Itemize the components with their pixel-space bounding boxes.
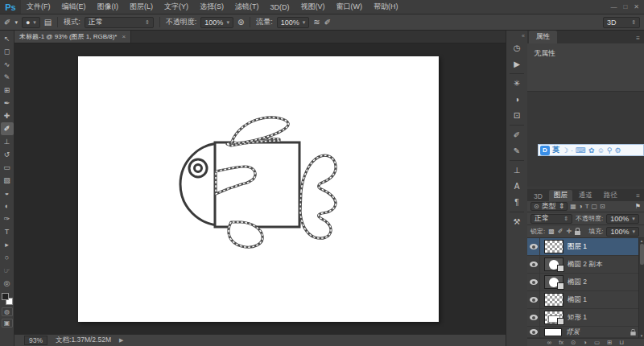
airbrush-icon[interactable]: ≋ bbox=[313, 18, 320, 27]
visibility-toggle[interactable] bbox=[527, 327, 540, 337]
layer-row-layer-1[interactable]: 图层 1 bbox=[527, 238, 644, 256]
menu-item-select[interactable]: 选择(S) bbox=[194, 0, 229, 14]
menu-item-help[interactable]: 帮助(H) bbox=[368, 0, 404, 14]
path-select-tool[interactable]: ▸ bbox=[1, 238, 14, 251]
marquee-tool[interactable]: ◻ bbox=[1, 45, 14, 58]
new-group-button[interactable]: ▭ bbox=[594, 339, 600, 346]
zoom-tool[interactable]: ◎ bbox=[1, 277, 14, 290]
ime-language-toggle[interactable]: 英 bbox=[552, 145, 559, 155]
ime-skin-icon[interactable]: ✿ bbox=[588, 146, 595, 154]
lasso-tool[interactable]: ∿ bbox=[1, 58, 14, 71]
minimize-button[interactable]: — bbox=[610, 3, 617, 10]
pressure-opacity-icon[interactable]: ⊛ bbox=[237, 18, 244, 27]
layer-blend-select[interactable]: 正常 ⇕ bbox=[530, 214, 572, 224]
layer-list-scrollbar[interactable]: ▴ ▾ bbox=[638, 238, 644, 338]
restore-button[interactable]: □ bbox=[623, 3, 627, 10]
menu-item-filter[interactable]: 滤镜(T) bbox=[229, 0, 265, 14]
eraser-tool[interactable]: ▭ bbox=[1, 161, 14, 174]
layer-name[interactable]: 背景 bbox=[566, 327, 580, 337]
ime-logo-icon[interactable]: D bbox=[540, 146, 550, 155]
lock-transparent-icon[interactable]: ▩ bbox=[548, 228, 555, 235]
clone-stamp-tool[interactable]: ⊥ bbox=[1, 135, 14, 148]
opacity-select[interactable]: 100% ▾ bbox=[200, 17, 233, 28]
layer-row-background[interactable]: 背景 bbox=[527, 327, 644, 338]
menu-item-edit[interactable]: 编辑(E) bbox=[56, 0, 92, 14]
filter-toggle-icon[interactable]: ⚑ bbox=[635, 203, 641, 210]
new-layer-button[interactable]: ⊞ bbox=[607, 339, 612, 346]
color-swatches[interactable] bbox=[2, 293, 13, 305]
menu-item-view[interactable]: 视图(V) bbox=[295, 0, 331, 14]
brush-panel-icon[interactable]: ✎ bbox=[509, 144, 525, 158]
visibility-toggle[interactable] bbox=[527, 274, 540, 290]
screen-mode-button[interactable]: ▣ bbox=[2, 319, 13, 327]
adjustments-panel-icon[interactable]: ◑ bbox=[509, 93, 525, 106]
tab-layers[interactable]: 图层 bbox=[549, 190, 572, 201]
dodge-tool[interactable]: ◐ bbox=[1, 200, 14, 212]
layer-style-button[interactable]: fx bbox=[559, 339, 564, 346]
shape-tool[interactable]: ○ bbox=[1, 251, 14, 264]
layer-thumbnail[interactable] bbox=[544, 328, 562, 336]
lock-all-icon[interactable] bbox=[575, 231, 580, 235]
foreground-color-swatch[interactable] bbox=[2, 293, 9, 300]
ime-dot-icon[interactable]: · bbox=[571, 146, 573, 154]
scroll-up-icon[interactable]: ▴ bbox=[641, 238, 643, 243]
brush-presets-panel-icon[interactable]: ✐ bbox=[509, 128, 525, 142]
pen-tool[interactable]: ✑ bbox=[1, 212, 14, 225]
tab-properties[interactable]: 属性 bbox=[529, 31, 557, 43]
layer-row-ellipse-2-copy[interactable]: 椭圆 2 副本 bbox=[527, 256, 644, 274]
blur-tool[interactable]: ◒ bbox=[1, 187, 14, 200]
workspace-select[interactable]: 3D ⇕ bbox=[603, 17, 640, 28]
visibility-toggle[interactable] bbox=[527, 309, 540, 326]
layer-thumbnail[interactable] bbox=[544, 240, 564, 253]
tab-3d[interactable]: 3D bbox=[529, 192, 547, 201]
flow-select[interactable]: 100% ▾ bbox=[277, 17, 310, 28]
visibility-toggle[interactable] bbox=[527, 238, 540, 255]
document-tab[interactable]: 未标题-1 @ 93% (图层 1, RGB/8)* × bbox=[14, 31, 131, 43]
crop-tool[interactable]: ⊞ bbox=[1, 84, 14, 97]
eyedropper-tool[interactable]: ✒ bbox=[1, 97, 14, 109]
menu-item-window[interactable]: 窗口(W) bbox=[331, 0, 369, 14]
history-brush-tool[interactable]: ↺ bbox=[1, 148, 14, 161]
ime-search-icon[interactable]: ⚲ bbox=[607, 146, 613, 154]
brush-tool[interactable]: ✐ bbox=[1, 122, 14, 135]
tool-preset-caret-icon[interactable]: ▾ bbox=[14, 19, 18, 26]
ime-keyboard-icon[interactable]: ⌨ bbox=[576, 146, 586, 154]
healing-brush-tool[interactable]: ✚ bbox=[1, 109, 14, 122]
clone-source-panel-icon[interactable]: ⊥ bbox=[509, 163, 525, 177]
ime-settings-icon[interactable]: ⚙ bbox=[614, 146, 621, 154]
blend-mode-select[interactable]: 正常 ⇕ bbox=[85, 17, 154, 28]
layer-thumbnail[interactable] bbox=[544, 293, 564, 307]
layer-thumbnail[interactable] bbox=[544, 311, 564, 324]
tab-channels[interactable]: 通道 bbox=[574, 190, 597, 201]
add-mask-button[interactable]: ⊙ bbox=[571, 339, 576, 346]
fill-select[interactable]: 100% ▾ bbox=[606, 227, 639, 237]
canvas[interactable] bbox=[78, 56, 439, 322]
scrollbar-thumb[interactable] bbox=[640, 244, 644, 265]
layer-row-ellipse-2[interactable]: 椭圆 2 bbox=[527, 274, 644, 291]
gradient-tool[interactable]: ▨ bbox=[1, 174, 14, 187]
status-arrow-icon[interactable]: ▶ bbox=[119, 337, 123, 344]
link-layers-button[interactable]: ∞ bbox=[547, 339, 551, 346]
move-tool[interactable]: ↖ bbox=[1, 32, 14, 45]
menu-item-layer[interactable]: 图层(L) bbox=[124, 0, 159, 14]
ime-moon-icon[interactable]: ☽ bbox=[562, 146, 568, 154]
quick-select-tool[interactable]: ✎ bbox=[1, 71, 14, 84]
brush-preset-picker[interactable]: ● ▾ bbox=[22, 17, 40, 28]
menu-item-file[interactable]: 文件(F) bbox=[21, 0, 56, 14]
panel-menu-icon[interactable]: ≡ bbox=[634, 192, 642, 201]
filter-kind-select[interactable]: ⊙ 类型 ⇕ bbox=[530, 202, 568, 211]
quick-mask-button[interactable]: ◍ bbox=[2, 307, 13, 316]
character-panel-icon[interactable]: A bbox=[509, 179, 525, 193]
masks-panel-icon[interactable]: ⊡ bbox=[509, 109, 525, 122]
paragraph-panel-icon[interactable]: ¶ bbox=[509, 196, 525, 209]
layer-thumbnail[interactable] bbox=[544, 257, 564, 271]
tab-close-icon[interactable]: × bbox=[122, 33, 126, 40]
adjustment-layer-button[interactable]: ◑ bbox=[583, 339, 587, 346]
zoom-level-field[interactable]: 93% bbox=[24, 336, 47, 345]
tool-presets-panel-icon[interactable]: ⚒ bbox=[509, 215, 525, 229]
history-panel-icon[interactable]: ◷ bbox=[509, 41, 525, 55]
menu-item-3d[interactable]: 3D(D) bbox=[265, 0, 295, 14]
filter-adjustment-icon[interactable]: ◑ bbox=[579, 203, 583, 210]
panel-menu-icon[interactable]: ≡ bbox=[634, 35, 642, 43]
layer-name[interactable]: 椭圆 2 bbox=[568, 278, 587, 287]
